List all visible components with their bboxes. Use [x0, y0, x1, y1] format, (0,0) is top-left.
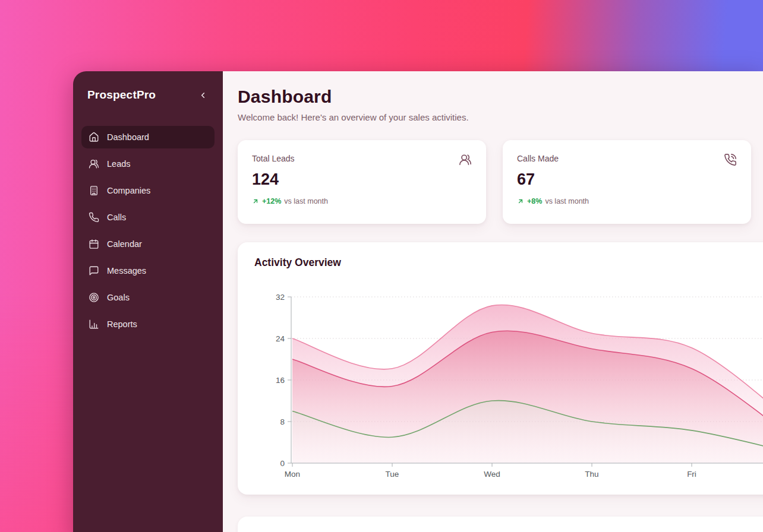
svg-text:Mon: Mon	[285, 470, 300, 479]
sidebar-item-label: Messages	[107, 266, 146, 276]
main-content: Dashboard Welcome back! Here's an overvi…	[223, 71, 763, 532]
svg-text:16: 16	[276, 376, 285, 385]
svg-text:24: 24	[276, 334, 285, 343]
trend-text: vs last month	[284, 197, 328, 205]
svg-text:Thu: Thu	[585, 470, 598, 479]
sidebar-item-label: Goals	[107, 293, 130, 302]
phone-call-icon	[724, 153, 737, 169]
sidebar-item-dashboard[interactable]: Dashboard	[81, 126, 215, 148]
activity-chart: 08162432MonTueWedThuFri	[238, 242, 763, 495]
phone-icon	[89, 212, 99, 223]
building-icon	[89, 185, 99, 196]
sidebar-item-label: Companies	[107, 186, 150, 195]
trend-delta: +8%	[527, 197, 542, 205]
arrow-up-right-icon	[517, 198, 524, 205]
chevron-left-icon[interactable]	[196, 88, 210, 102]
app-window: ProspectPro Dashboard Leads	[73, 71, 763, 532]
trend-delta: +12%	[262, 197, 281, 205]
sidebar-item-label: Dashboard	[107, 132, 149, 142]
svg-text:0: 0	[280, 459, 285, 468]
bar-chart-icon	[89, 319, 99, 330]
sidebar-item-calendar[interactable]: Calendar	[81, 233, 215, 255]
users-icon	[89, 159, 99, 169]
sidebar: ProspectPro Dashboard Leads	[73, 71, 223, 532]
sidebar-item-reports[interactable]: Reports	[81, 313, 215, 335]
arrow-up-right-icon	[252, 198, 259, 205]
home-icon	[89, 132, 99, 142]
svg-text:8: 8	[280, 417, 285, 426]
activity-chart-svg: 08162432MonTueWedThuFri	[238, 242, 763, 495]
stat-value: 67	[517, 170, 737, 189]
calendar-icon	[89, 239, 99, 249]
sidebar-item-calls[interactable]: Calls	[81, 206, 215, 229]
users-icon	[459, 153, 472, 169]
sidebar-item-messages[interactable]: Messages	[81, 259, 215, 282]
sidebar-nav: Dashboard Leads Companies Calls	[81, 126, 215, 335]
app-title: ProspectPro	[87, 88, 156, 102]
stat-value: 124	[252, 170, 472, 189]
sidebar-item-label: Calendar	[107, 239, 142, 249]
stat-card-calls-made: Calls Made 67 +8% vs last month	[503, 140, 751, 224]
partial-card	[238, 517, 763, 532]
svg-text:Tue: Tue	[386, 470, 399, 479]
sidebar-item-leads[interactable]: Leads	[81, 153, 215, 175]
activity-overview-card: Activity Overview 08162432MonTueWedThuFr…	[238, 242, 763, 495]
svg-text:Wed: Wed	[484, 470, 500, 479]
sidebar-item-label: Leads	[107, 159, 131, 169]
svg-text:Fri: Fri	[687, 470, 696, 479]
stat-trend: +8% vs last month	[517, 197, 737, 205]
sidebar-item-goals[interactable]: Goals	[81, 286, 215, 309]
message-square-icon	[89, 265, 99, 276]
stat-label: Total Leads	[252, 154, 472, 163]
brand-row: ProspectPro	[81, 86, 215, 102]
stats-row: Total Leads 124 +12% vs last month Calls…	[238, 140, 763, 224]
page-title: Dashboard	[238, 87, 763, 107]
svg-text:32: 32	[276, 293, 285, 302]
stat-trend: +12% vs last month	[252, 197, 472, 205]
sidebar-item-label: Calls	[107, 213, 126, 222]
stat-card-total-leads: Total Leads 124 +12% vs last month	[238, 140, 486, 224]
sidebar-item-label: Reports	[107, 319, 137, 329]
page-subtitle: Welcome back! Here's an overview of your…	[238, 112, 763, 122]
trend-text: vs last month	[545, 197, 589, 205]
sidebar-item-companies[interactable]: Companies	[81, 179, 215, 202]
target-icon	[89, 292, 99, 303]
stat-label: Calls Made	[517, 154, 737, 163]
